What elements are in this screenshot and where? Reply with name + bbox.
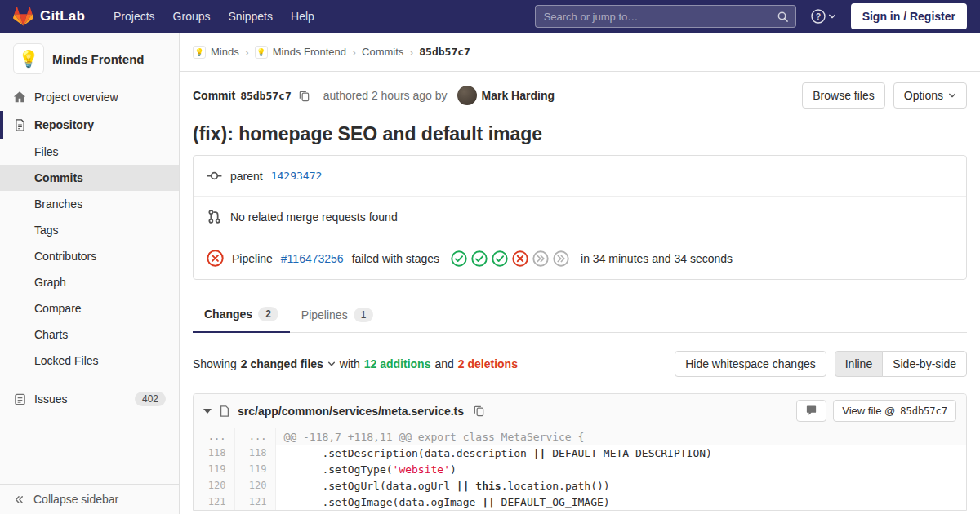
stage-success-icon[interactable]: [492, 250, 508, 267]
new-line-number[interactable]: 118: [234, 445, 275, 461]
sidebar-item-locked-files[interactable]: Locked Files: [0, 348, 179, 374]
file-path-link[interactable]: src/app/common/services/meta.service.ts: [238, 405, 464, 418]
code-line: .setOgUrl(data.ogUrl || this.location.pa…: [275, 477, 966, 494]
changed-files-label: 2 changed files: [241, 357, 323, 370]
author-avatar[interactable]: [457, 86, 477, 105]
global-search: [535, 5, 796, 28]
old-line-number[interactable]: 121: [194, 494, 234, 510]
project-avatar: 💡: [13, 43, 44, 74]
old-line-number[interactable]: 120: [194, 477, 234, 494]
new-line-number[interactable]: 121: [234, 494, 275, 510]
diff-summary-row: Showing 2 changed files with 12 addition…: [193, 351, 967, 377]
sidebar-item-label: Tags: [34, 224, 59, 237]
stage-failed-icon[interactable]: [512, 250, 528, 267]
tab-pipelines[interactable]: Pipelines 1: [290, 298, 385, 333]
search-icon: [777, 11, 789, 23]
commit-sha: 85db57c7: [240, 90, 292, 102]
old-line-number: ...: [194, 428, 234, 445]
sidebar-item-commits[interactable]: Commits: [0, 165, 179, 191]
chevron-down-icon: [948, 91, 956, 100]
sidebar-item-project-overview[interactable]: Project overview: [0, 83, 179, 111]
sidebar-item-graph[interactable]: Graph: [0, 269, 179, 295]
changed-files-dropdown[interactable]: 2 changed files: [241, 357, 336, 370]
browse-files-button[interactable]: Browse files: [802, 82, 884, 109]
top-navbar: GitLab Projects Groups Snippets Help ? S…: [0, 0, 980, 33]
sidebar-item-contributors[interactable]: Contributors: [0, 243, 179, 269]
sidebar-item-tags[interactable]: Tags: [0, 217, 179, 243]
brand-name: GitLab: [40, 8, 85, 24]
sidebar-item-branches[interactable]: Branches: [0, 191, 179, 217]
nav-snippets[interactable]: Snippets: [220, 2, 282, 31]
issues-count-badge: 402: [135, 392, 166, 406]
old-line-number[interactable]: 118: [194, 445, 234, 461]
nav-projects[interactable]: Projects: [105, 2, 164, 31]
new-line-number[interactable]: 119: [234, 461, 275, 477]
view-file-button[interactable]: View file @ 85db57c7: [833, 400, 956, 422]
gitlab-logo[interactable]: GitLab: [13, 7, 85, 26]
commit-page: Commit 85db57c7 authored 2 hours ago by …: [180, 72, 980, 514]
sidebar-item-compare[interactable]: Compare: [0, 295, 179, 321]
stage-skipped-icon[interactable]: [532, 250, 549, 267]
pipeline-failed-icon[interactable]: [207, 250, 224, 267]
sign-in-button[interactable]: Sign in / Register: [851, 3, 967, 29]
nav-groups[interactable]: Groups: [164, 2, 220, 31]
sidebar-item-repository[interactable]: Repository: [0, 111, 179, 139]
diff-match-line: ... ... @@ -118,7 +118,11 @@ export clas…: [194, 428, 966, 445]
pipelines-count-badge: 1: [354, 308, 374, 322]
with-text: with: [340, 357, 360, 370]
search-input[interactable]: [544, 11, 777, 23]
copy-icon: [473, 405, 485, 417]
stage-success-icon[interactable]: [471, 250, 488, 267]
merge-request-icon: [207, 209, 222, 224]
pipeline-label: Pipeline: [232, 252, 273, 265]
collapse-diff-icon[interactable]: [203, 409, 212, 414]
additions-count: 12 additions: [364, 357, 431, 370]
copy-sha-button[interactable]: [296, 88, 312, 104]
diff-line: 119 119 .setOgType('website'): [194, 461, 966, 477]
commit-info-box: parent 14293472 No related merge request…: [193, 155, 967, 280]
merge-request-row: No related merge requests found: [194, 196, 966, 237]
diff-line: 121 121 .setOgImage(data.ogImage || DEFA…: [194, 494, 966, 510]
parent-sha-link[interactable]: 14293472: [271, 170, 323, 182]
stage-success-icon[interactable]: [451, 250, 467, 267]
tab-changes[interactable]: Changes 2: [193, 298, 290, 333]
stage-skipped-icon[interactable]: [553, 250, 569, 267]
breadcrumb-label: Minds Frontend: [273, 46, 346, 58]
breadcrumb-commits[interactable]: Commits: [362, 46, 403, 58]
pipeline-duration: in 34 minutes and 34 seconds: [581, 252, 733, 265]
diff-table: ... ... @@ -118,7 +118,11 @@ export clas…: [194, 428, 966, 510]
sidebar-item-files[interactable]: Files: [0, 139, 179, 165]
project-context[interactable]: 💡 Minds Frontend: [0, 33, 179, 83]
nav-help[interactable]: Help: [282, 2, 323, 31]
new-line-number[interactable]: 120: [234, 477, 275, 494]
inline-view-button[interactable]: Inline: [835, 351, 883, 377]
collapse-sidebar-button[interactable]: Collapse sidebar: [0, 484, 179, 514]
chevron-down-icon: [327, 360, 336, 368]
sidebar-item-label: Issues: [34, 392, 67, 405]
breadcrumb-separator: ›: [352, 45, 356, 59]
side-by-side-view-button[interactable]: Side-by-side: [882, 351, 967, 377]
old-line-number[interactable]: 119: [194, 461, 234, 477]
authored-text: authored 2 hours ago by: [323, 89, 448, 102]
tab-label: Changes: [204, 308, 252, 321]
copy-file-path-button[interactable]: [471, 403, 487, 419]
breadcrumb-project[interactable]: 💡 Minds Frontend: [255, 46, 346, 59]
home-icon: [13, 91, 26, 104]
sidebar-item-issues[interactable]: Issues 402: [0, 384, 179, 414]
group-avatar: 💡: [193, 46, 206, 59]
deletions-count: 2 deletions: [458, 357, 518, 370]
help-dropdown[interactable]: ?: [811, 9, 836, 24]
breadcrumb-current-sha: 85db57c7: [419, 46, 470, 58]
author-name[interactable]: Mark Harding: [482, 89, 555, 102]
sidebar-item-label: Compare: [34, 302, 82, 315]
hide-whitespace-button[interactable]: Hide whitespace changes: [675, 351, 826, 377]
options-dropdown-button[interactable]: Options: [893, 82, 967, 109]
changes-count-badge: 2: [258, 307, 278, 321]
breadcrumb-group[interactable]: 💡 Minds: [193, 46, 239, 59]
diff-line: 120 120 .setOgUrl(data.ogUrl || this.loc…: [194, 477, 966, 494]
project-name: Minds Frontend: [52, 52, 145, 66]
pipeline-stage-icons: [451, 250, 569, 267]
pipeline-id-link[interactable]: #116473256: [281, 252, 344, 265]
comment-button[interactable]: [796, 400, 826, 422]
sidebar-item-charts[interactable]: Charts: [0, 321, 179, 348]
